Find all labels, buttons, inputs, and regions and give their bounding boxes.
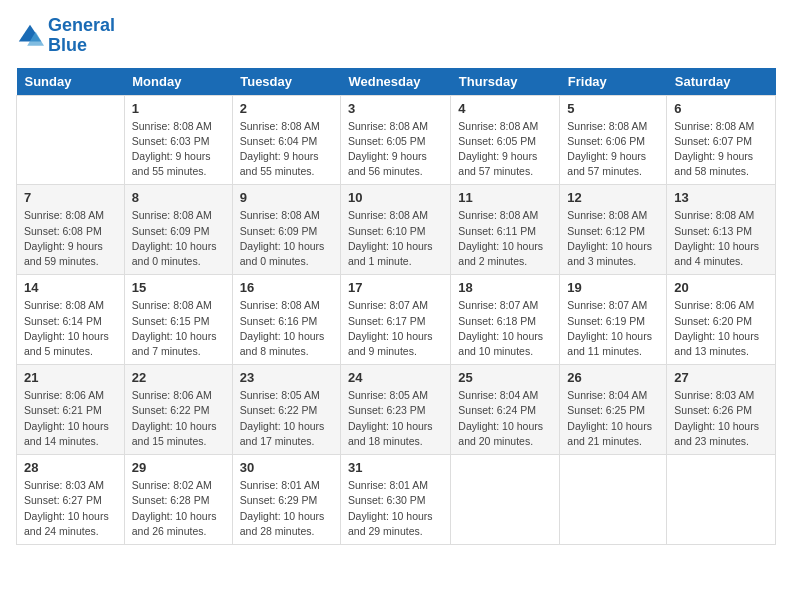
day-number: 18 [458, 280, 552, 295]
day-number: 13 [674, 190, 768, 205]
day-number: 8 [132, 190, 225, 205]
logo-text: General Blue [48, 16, 115, 56]
day-number: 6 [674, 101, 768, 116]
day-info: Sunrise: 8:04 AMSunset: 6:25 PMDaylight:… [567, 388, 659, 449]
day-number: 29 [132, 460, 225, 475]
day-number: 7 [24, 190, 117, 205]
calendar-cell: 12Sunrise: 8:08 AMSunset: 6:12 PMDayligh… [560, 185, 667, 275]
day-number: 23 [240, 370, 333, 385]
day-info: Sunrise: 8:08 AMSunset: 6:08 PMDaylight:… [24, 208, 117, 269]
day-info: Sunrise: 8:04 AMSunset: 6:24 PMDaylight:… [458, 388, 552, 449]
calendar-cell: 2Sunrise: 8:08 AMSunset: 6:04 PMDaylight… [232, 95, 340, 185]
day-number: 12 [567, 190, 659, 205]
calendar-cell: 18Sunrise: 8:07 AMSunset: 6:18 PMDayligh… [451, 275, 560, 365]
day-number: 26 [567, 370, 659, 385]
day-info: Sunrise: 8:06 AMSunset: 6:21 PMDaylight:… [24, 388, 117, 449]
calendar-week-row: 28Sunrise: 8:03 AMSunset: 6:27 PMDayligh… [17, 455, 776, 545]
day-info: Sunrise: 8:08 AMSunset: 6:11 PMDaylight:… [458, 208, 552, 269]
weekday-header: Monday [124, 68, 232, 96]
day-number: 4 [458, 101, 552, 116]
calendar-cell: 23Sunrise: 8:05 AMSunset: 6:22 PMDayligh… [232, 365, 340, 455]
calendar-cell: 25Sunrise: 8:04 AMSunset: 6:24 PMDayligh… [451, 365, 560, 455]
calendar-cell: 17Sunrise: 8:07 AMSunset: 6:17 PMDayligh… [340, 275, 450, 365]
day-info: Sunrise: 8:02 AMSunset: 6:28 PMDaylight:… [132, 478, 225, 539]
calendar-cell: 16Sunrise: 8:08 AMSunset: 6:16 PMDayligh… [232, 275, 340, 365]
weekday-header: Sunday [17, 68, 125, 96]
day-info: Sunrise: 8:08 AMSunset: 6:10 PMDaylight:… [348, 208, 443, 269]
calendar-cell: 28Sunrise: 8:03 AMSunset: 6:27 PMDayligh… [17, 455, 125, 545]
day-number: 31 [348, 460, 443, 475]
day-number: 5 [567, 101, 659, 116]
day-number: 15 [132, 280, 225, 295]
day-info: Sunrise: 8:07 AMSunset: 6:18 PMDaylight:… [458, 298, 552, 359]
calendar-cell: 29Sunrise: 8:02 AMSunset: 6:28 PMDayligh… [124, 455, 232, 545]
day-info: Sunrise: 8:08 AMSunset: 6:06 PMDaylight:… [567, 119, 659, 180]
day-number: 2 [240, 101, 333, 116]
day-info: Sunrise: 8:08 AMSunset: 6:13 PMDaylight:… [674, 208, 768, 269]
day-number: 28 [24, 460, 117, 475]
day-number: 9 [240, 190, 333, 205]
calendar-cell [560, 455, 667, 545]
calendar-cell [17, 95, 125, 185]
weekday-header: Wednesday [340, 68, 450, 96]
calendar-week-row: 7Sunrise: 8:08 AMSunset: 6:08 PMDaylight… [17, 185, 776, 275]
day-info: Sunrise: 8:06 AMSunset: 6:22 PMDaylight:… [132, 388, 225, 449]
calendar-cell: 13Sunrise: 8:08 AMSunset: 6:13 PMDayligh… [667, 185, 776, 275]
calendar-cell: 14Sunrise: 8:08 AMSunset: 6:14 PMDayligh… [17, 275, 125, 365]
calendar-cell: 11Sunrise: 8:08 AMSunset: 6:11 PMDayligh… [451, 185, 560, 275]
day-number: 19 [567, 280, 659, 295]
calendar-cell [667, 455, 776, 545]
calendar-cell: 19Sunrise: 8:07 AMSunset: 6:19 PMDayligh… [560, 275, 667, 365]
logo: General Blue [16, 16, 115, 56]
header-row: SundayMondayTuesdayWednesdayThursdayFrid… [17, 68, 776, 96]
weekday-header: Saturday [667, 68, 776, 96]
calendar-cell: 9Sunrise: 8:08 AMSunset: 6:09 PMDaylight… [232, 185, 340, 275]
day-info: Sunrise: 8:06 AMSunset: 6:20 PMDaylight:… [674, 298, 768, 359]
calendar-cell [451, 455, 560, 545]
day-info: Sunrise: 8:07 AMSunset: 6:19 PMDaylight:… [567, 298, 659, 359]
day-info: Sunrise: 8:05 AMSunset: 6:22 PMDaylight:… [240, 388, 333, 449]
day-info: Sunrise: 8:08 AMSunset: 6:12 PMDaylight:… [567, 208, 659, 269]
calendar-cell: 22Sunrise: 8:06 AMSunset: 6:22 PMDayligh… [124, 365, 232, 455]
calendar-cell: 5Sunrise: 8:08 AMSunset: 6:06 PMDaylight… [560, 95, 667, 185]
day-number: 10 [348, 190, 443, 205]
day-number: 11 [458, 190, 552, 205]
day-info: Sunrise: 8:08 AMSunset: 6:14 PMDaylight:… [24, 298, 117, 359]
day-info: Sunrise: 8:03 AMSunset: 6:26 PMDaylight:… [674, 388, 768, 449]
calendar-cell: 26Sunrise: 8:04 AMSunset: 6:25 PMDayligh… [560, 365, 667, 455]
calendar-cell: 20Sunrise: 8:06 AMSunset: 6:20 PMDayligh… [667, 275, 776, 365]
calendar-cell: 8Sunrise: 8:08 AMSunset: 6:09 PMDaylight… [124, 185, 232, 275]
calendar-cell: 30Sunrise: 8:01 AMSunset: 6:29 PMDayligh… [232, 455, 340, 545]
day-info: Sunrise: 8:01 AMSunset: 6:30 PMDaylight:… [348, 478, 443, 539]
calendar-week-row: 14Sunrise: 8:08 AMSunset: 6:14 PMDayligh… [17, 275, 776, 365]
day-number: 14 [24, 280, 117, 295]
day-info: Sunrise: 8:08 AMSunset: 6:15 PMDaylight:… [132, 298, 225, 359]
day-number: 22 [132, 370, 225, 385]
page-header: General Blue [16, 16, 776, 56]
day-info: Sunrise: 8:08 AMSunset: 6:05 PMDaylight:… [458, 119, 552, 180]
calendar-cell: 6Sunrise: 8:08 AMSunset: 6:07 PMDaylight… [667, 95, 776, 185]
day-number: 27 [674, 370, 768, 385]
day-info: Sunrise: 8:08 AMSunset: 6:16 PMDaylight:… [240, 298, 333, 359]
weekday-header: Tuesday [232, 68, 340, 96]
calendar-cell: 1Sunrise: 8:08 AMSunset: 6:03 PMDaylight… [124, 95, 232, 185]
calendar-cell: 7Sunrise: 8:08 AMSunset: 6:08 PMDaylight… [17, 185, 125, 275]
weekday-header: Thursday [451, 68, 560, 96]
day-info: Sunrise: 8:08 AMSunset: 6:09 PMDaylight:… [240, 208, 333, 269]
day-number: 16 [240, 280, 333, 295]
calendar-body: 1Sunrise: 8:08 AMSunset: 6:03 PMDaylight… [17, 95, 776, 544]
calendar-cell: 4Sunrise: 8:08 AMSunset: 6:05 PMDaylight… [451, 95, 560, 185]
day-info: Sunrise: 8:03 AMSunset: 6:27 PMDaylight:… [24, 478, 117, 539]
day-info: Sunrise: 8:08 AMSunset: 6:05 PMDaylight:… [348, 119, 443, 180]
calendar-cell: 27Sunrise: 8:03 AMSunset: 6:26 PMDayligh… [667, 365, 776, 455]
day-info: Sunrise: 8:08 AMSunset: 6:04 PMDaylight:… [240, 119, 333, 180]
day-number: 21 [24, 370, 117, 385]
day-number: 3 [348, 101, 443, 116]
calendar-cell: 3Sunrise: 8:08 AMSunset: 6:05 PMDaylight… [340, 95, 450, 185]
day-number: 25 [458, 370, 552, 385]
calendar-header: SundayMondayTuesdayWednesdayThursdayFrid… [17, 68, 776, 96]
day-number: 1 [132, 101, 225, 116]
calendar-table: SundayMondayTuesdayWednesdayThursdayFrid… [16, 68, 776, 545]
day-info: Sunrise: 8:05 AMSunset: 6:23 PMDaylight:… [348, 388, 443, 449]
day-info: Sunrise: 8:08 AMSunset: 6:09 PMDaylight:… [132, 208, 225, 269]
